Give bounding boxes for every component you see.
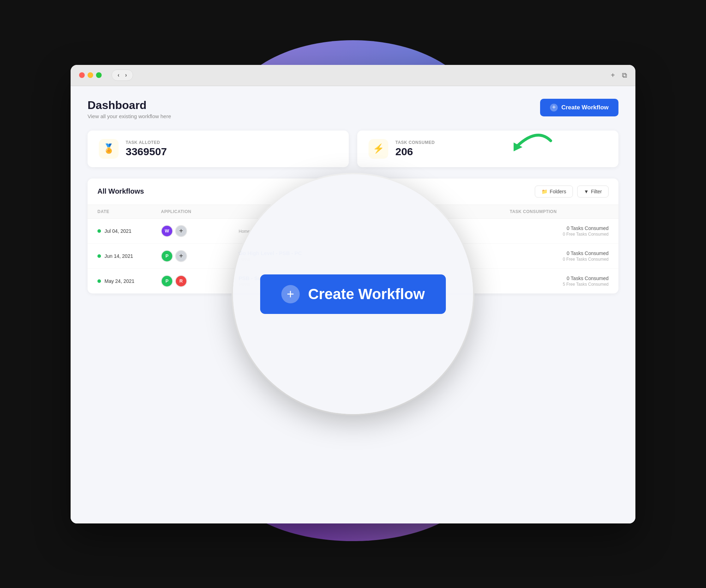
stat-info-consumed: TASK CONSUMED 206 [395, 140, 435, 158]
folder-icon: 📁 [542, 189, 548, 194]
traffic-lights [79, 72, 102, 78]
maximize-button[interactable] [96, 72, 102, 78]
col-application: APPLICATION [161, 209, 239, 214]
status-dot-1 [97, 229, 101, 233]
header-row: Dashboard View all your existing workflo… [88, 99, 618, 119]
copy-icon[interactable]: ⧉ [622, 71, 627, 79]
stat-icon-consumed: ⚡ [369, 139, 388, 159]
folders-label: Folders [550, 189, 566, 194]
row-date-1: Jul 04, 2021 [97, 228, 161, 234]
filter-icon: ▼ [584, 189, 589, 194]
stats-row: 🏅 TASK ALLOTED 3369507 ⚡ TASK CONSUMED 2… [88, 131, 618, 167]
workflows-actions: 📁 Folders ▼ Filter [535, 186, 609, 198]
app-icon-add-2[interactable]: + [175, 250, 187, 262]
nav-buttons: ‹ › [112, 69, 133, 81]
page-title: Dashboard [88, 99, 171, 112]
stat-value-allotted: 3369507 [126, 146, 167, 158]
status-dot-3 [97, 279, 101, 283]
date-value-3: May 24, 2021 [104, 278, 134, 284]
close-button[interactable] [79, 72, 85, 78]
task-count-2: 0 Tasks Consumed [510, 250, 609, 256]
app-icon-p-3: P [161, 275, 173, 287]
magnify-btn-label: Create Workflow [308, 286, 425, 303]
back-button[interactable]: ‹ [115, 71, 121, 79]
task-count-3: 0 Tasks Consumed [510, 275, 609, 281]
task-info-2: 0 Tasks Consumed 0 Free Tasks Consumed [510, 250, 609, 262]
forward-button[interactable]: › [123, 71, 129, 79]
status-dot-2 [97, 254, 101, 258]
stat-label-consumed: TASK CONSUMED [395, 140, 435, 145]
stat-card-allotted: 🏅 TASK ALLOTED 3369507 [88, 131, 349, 167]
browser-window: ‹ › + ⧉ Dashboard View all your existing… [71, 65, 635, 523]
browser-chrome: ‹ › + ⧉ [71, 65, 635, 86]
task-info-1: 0 Tasks Consumed 0 Free Tasks Consumed [510, 225, 609, 237]
app-icon-add-1[interactable]: + [175, 225, 187, 237]
page-subtitle: View all your existing workflow here [88, 113, 171, 119]
date-value-2: Jun 14, 2021 [104, 253, 133, 259]
create-workflow-button[interactable]: + Create Workflow [540, 99, 618, 116]
app-icons-2: P + [161, 250, 239, 262]
filter-button[interactable]: ▼ Filter [577, 186, 609, 198]
stat-card-consumed: ⚡ TASK CONSUMED 206 [357, 131, 618, 167]
create-workflow-label: Create Workflow [561, 104, 609, 111]
new-tab-icon[interactable]: + [611, 71, 615, 79]
page-header: Dashboard View all your existing workflo… [88, 99, 171, 119]
stat-icon-allotted: 🏅 [99, 139, 119, 159]
task-free-2: 0 Free Tasks Consumed [510, 257, 609, 262]
magnify-overlay: + Create Workflow [233, 174, 473, 414]
app-icons-1: W + [161, 225, 239, 237]
row-date-3: May 24, 2021 [97, 278, 161, 284]
app-icon-woo: W [161, 225, 173, 237]
col-task: TASK CONSUMPTION [510, 209, 609, 214]
stat-info-allotted: TASK ALLOTED 3369507 [126, 140, 167, 158]
minimize-button[interactable] [88, 72, 93, 78]
plus-icon: + [550, 104, 558, 111]
date-value-1: Jul 04, 2021 [104, 228, 131, 234]
stat-value-consumed: 206 [395, 146, 435, 158]
task-count-1: 0 Tasks Consumed [510, 225, 609, 231]
app-icons-3: P R [161, 275, 239, 287]
workflows-title: All Workflows [97, 187, 144, 195]
filter-label: Filter [591, 189, 602, 194]
app-icon-r-3: R [175, 275, 187, 287]
magnify-create-workflow-button[interactable]: + Create Workflow [260, 274, 446, 314]
magnify-plus-icon: + [281, 285, 300, 303]
folders-button[interactable]: 📁 Folders [535, 186, 573, 198]
task-info-3: 0 Tasks Consumed 5 Free Tasks Consumed [510, 275, 609, 287]
task-free-3: 5 Free Tasks Consumed [510, 282, 609, 287]
row-date-2: Jun 14, 2021 [97, 253, 161, 259]
col-date: DATE [97, 209, 161, 214]
stat-label-allotted: TASK ALLOTED [126, 140, 167, 145]
app-icon-p-2: P [161, 250, 173, 262]
task-free-1: 0 Free Tasks Consumed [510, 232, 609, 237]
chrome-icons: + ⧉ [611, 71, 627, 79]
